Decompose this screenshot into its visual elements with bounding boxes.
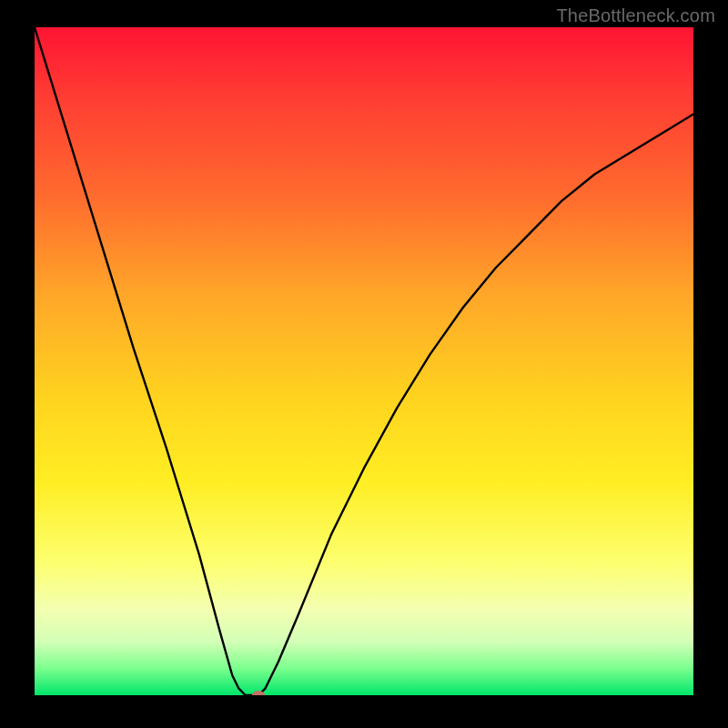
chart-container: TheBottleneck.com [0, 0, 728, 728]
watermark-text: TheBottleneck.com [556, 5, 715, 26]
optimal-point-marker [252, 691, 265, 695]
curve-svg [35, 27, 693, 695]
bottleneck-curve [35, 27, 693, 695]
plot-area [35, 27, 693, 695]
